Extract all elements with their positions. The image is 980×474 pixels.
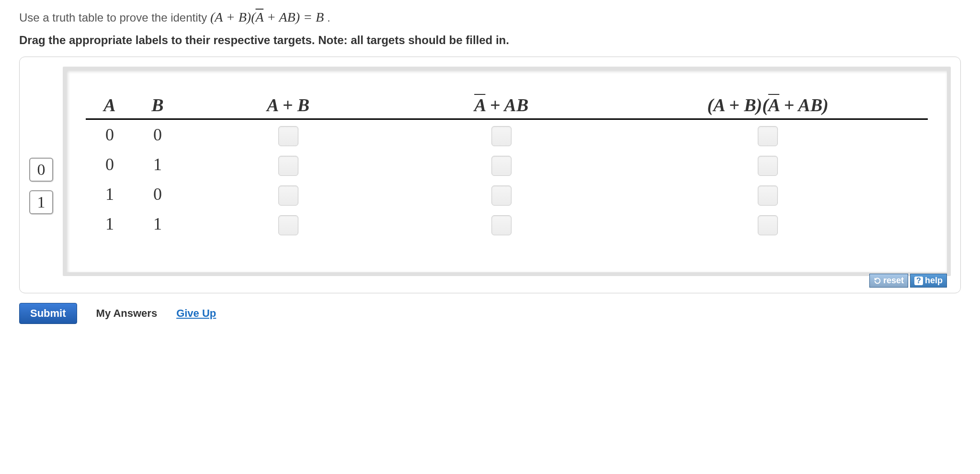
- drop-target[interactable]: [278, 156, 298, 176]
- drop-target[interactable]: [278, 185, 298, 206]
- drop-target[interactable]: [491, 126, 512, 146]
- cell-drop: [395, 212, 608, 235]
- question-prefix: Use a truth table to prove the identity: [19, 11, 210, 24]
- table-row: 1 1: [86, 209, 928, 239]
- help-icon: ?: [914, 277, 923, 285]
- header-product: (A + B)(A + AB): [608, 94, 928, 116]
- cell-drop: [182, 212, 395, 235]
- cell-drop: [182, 153, 395, 175]
- cell-drop: [395, 183, 608, 205]
- cell-a: 0: [86, 125, 134, 145]
- drag-label-1[interactable]: 1: [29, 190, 53, 214]
- question-expression: (A + B)(A + AB) = B: [210, 10, 327, 24]
- cell-a: 1: [86, 184, 134, 204]
- cell-b: 1: [134, 214, 182, 234]
- header-a: A: [86, 94, 134, 116]
- header-a-plus-b: A + B: [182, 94, 395, 116]
- help-button[interactable]: ? help: [910, 274, 947, 288]
- reset-icon: [874, 277, 881, 285]
- cell-drop: [395, 153, 608, 175]
- drop-target[interactable]: [758, 215, 778, 235]
- cell-drop: [182, 183, 395, 205]
- drag-label-palette: 0 1: [29, 158, 53, 214]
- header-b: B: [134, 94, 182, 116]
- drag-label-0[interactable]: 0: [29, 158, 53, 182]
- bottom-bar: Submit My Answers Give Up: [19, 303, 961, 324]
- cell-drop: [608, 183, 928, 205]
- cell-drop: [608, 123, 928, 146]
- truth-table: A B A + B A + AB (A + B)(A + AB) 0 0: [86, 94, 928, 239]
- table-row: 0 1: [86, 150, 928, 179]
- drop-target[interactable]: [491, 156, 512, 176]
- truth-table-frame: A B A + B A + AB (A + B)(A + AB) 0 0: [63, 67, 951, 276]
- reset-button[interactable]: reset: [869, 274, 908, 288]
- cell-a: 1: [86, 214, 134, 234]
- table-row: 0 0: [86, 120, 928, 150]
- my-answers-link[interactable]: My Answers: [96, 307, 158, 320]
- table-row: 1 0: [86, 179, 928, 209]
- drop-target[interactable]: [491, 215, 512, 235]
- drop-target[interactable]: [758, 156, 778, 176]
- frame-controls: reset ? help: [869, 274, 947, 288]
- cell-b: 0: [134, 184, 182, 204]
- drop-target[interactable]: [491, 185, 512, 206]
- table-header-row: A B A + B A + AB (A + B)(A + AB): [86, 94, 928, 120]
- drop-target[interactable]: [758, 126, 778, 146]
- drop-target[interactable]: [278, 215, 298, 235]
- give-up-link[interactable]: Give Up: [176, 307, 216, 320]
- submit-button[interactable]: Submit: [19, 303, 77, 324]
- work-area: 0 1 A B A + B A + AB (A + B)(A + AB) 0: [19, 57, 961, 293]
- cell-drop: [608, 153, 928, 175]
- cell-b: 0: [134, 125, 182, 145]
- drop-target[interactable]: [278, 126, 298, 146]
- question-text: Use a truth table to prove the identity …: [19, 10, 961, 25]
- cell-drop: [608, 212, 928, 235]
- cell-drop: [182, 123, 395, 146]
- cell-b: 1: [134, 154, 182, 174]
- cell-a: 0: [86, 154, 134, 174]
- instruction-text: Drag the appropriate labels to their res…: [19, 34, 961, 47]
- header-abar-plus-ab: A + AB: [395, 94, 608, 116]
- drop-target[interactable]: [758, 185, 778, 206]
- cell-drop: [395, 123, 608, 146]
